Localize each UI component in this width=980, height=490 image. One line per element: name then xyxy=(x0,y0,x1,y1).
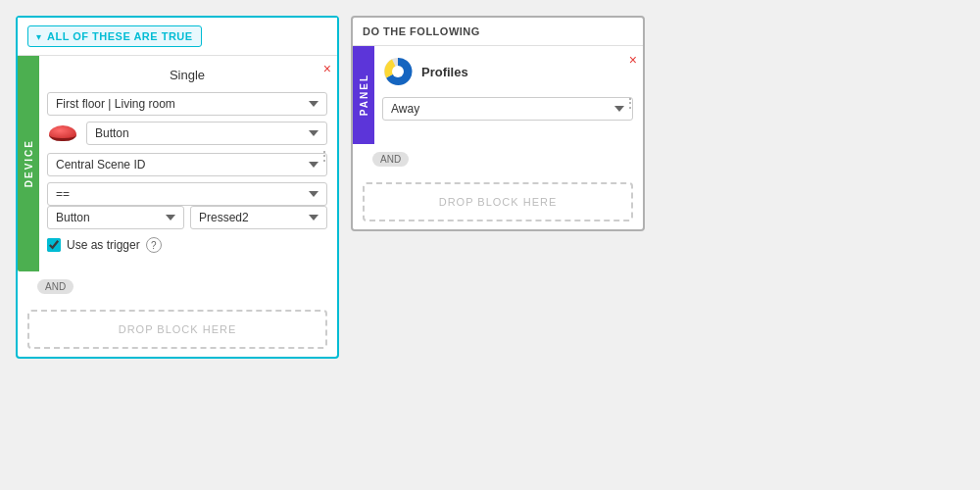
profiles-icon xyxy=(382,56,414,87)
panel-side-label: PANEL xyxy=(353,46,374,144)
press-select[interactable]: Pressed2 xyxy=(190,206,327,229)
and-badge-row: AND xyxy=(18,271,337,302)
trigger-row: Use as trigger ? xyxy=(47,237,327,253)
left-panel-title: ALL OF THESE ARE TRUE xyxy=(47,30,193,42)
close-button[interactable]: × xyxy=(323,62,331,75)
button-device-icon xyxy=(47,124,78,142)
use-as-trigger-label: Use as trigger xyxy=(67,238,140,252)
dome-icon xyxy=(49,125,76,141)
svg-point-1 xyxy=(392,66,404,77)
location-select[interactable]: First floor | Living room xyxy=(47,92,327,116)
help-icon[interactable]: ? xyxy=(146,237,162,253)
and-badge: AND xyxy=(37,279,74,294)
panel-label-text: PANEL xyxy=(359,74,369,116)
right-and-badge-row: AND xyxy=(353,144,643,174)
right-panel-header: DO THE FOLLOWING xyxy=(353,18,643,46)
profile-header-row: Profiles xyxy=(382,56,633,87)
right-drag-handle-icon[interactable]: ⋮ xyxy=(623,95,637,111)
profile-card-content: × Profiles Away xyxy=(374,46,643,144)
left-panel: ▾ ALL OF THESE ARE TRUE DEVICE × Single … xyxy=(16,16,339,359)
device-type-select[interactable]: Button xyxy=(86,122,327,145)
chevron-down-icon: ▾ xyxy=(36,31,41,42)
left-panel-body: DEVICE × Single First floor | Living roo… xyxy=(18,56,337,271)
left-panel-header: ▾ ALL OF THESE ARE TRUE xyxy=(18,18,337,56)
drop-block-left[interactable]: DROP BLOCK HERE xyxy=(27,310,327,349)
device-icon-row: Button xyxy=(47,122,327,145)
device-label-text: DEVICE xyxy=(24,139,34,187)
scene-select[interactable]: Central Scene ID xyxy=(47,153,327,176)
right-close-button[interactable]: × xyxy=(629,52,637,68)
use-as-trigger-checkbox[interactable] xyxy=(47,238,61,252)
main-container: ▾ ALL OF THESE ARE TRUE DEVICE × Single … xyxy=(0,0,980,490)
right-panel-title: DO THE FOLLOWING xyxy=(363,25,480,37)
drag-handle-icon[interactable]: ⋮ xyxy=(318,148,331,164)
profile-name: Profiles xyxy=(421,65,468,79)
drop-block-right[interactable]: DROP BLOCK HERE xyxy=(363,182,633,221)
right-panel: DO THE FOLLOWING PANEL × xyxy=(351,16,645,231)
device-card-content: × Single First floor | Living room Butto… xyxy=(39,56,337,271)
button-select[interactable]: Button xyxy=(47,206,184,229)
right-panel-body: PANEL × Profiles xyxy=(353,46,643,144)
operator-select[interactable]: == xyxy=(47,182,327,206)
all-of-these-header[interactable]: ▾ ALL OF THESE ARE TRUE xyxy=(27,25,202,47)
right-and-badge: AND xyxy=(372,152,409,167)
card-title: Single xyxy=(47,68,327,82)
button-press-row: Button Pressed2 xyxy=(47,206,327,229)
away-select[interactable]: Away xyxy=(382,97,633,121)
device-side-label: DEVICE xyxy=(18,56,39,271)
